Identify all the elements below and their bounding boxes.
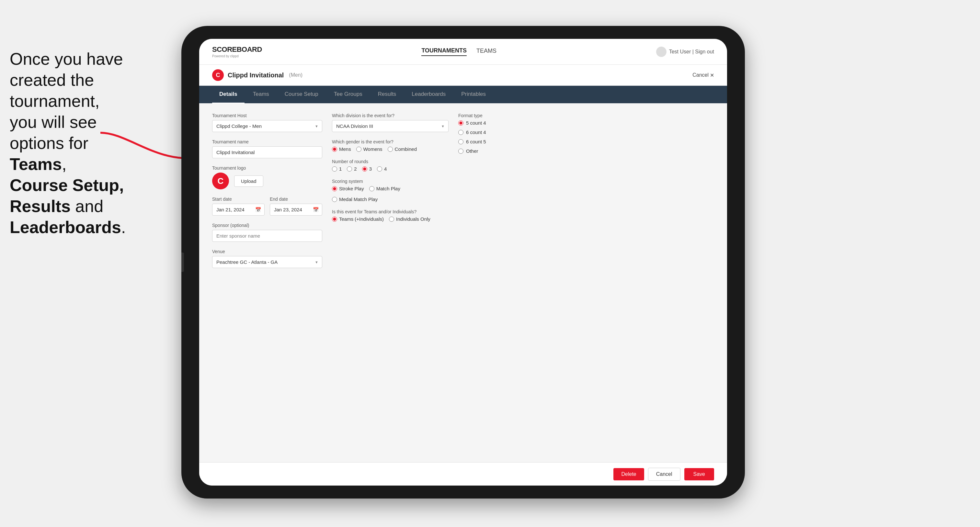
teams-plus-individuals[interactable]: Teams (+Individuals) xyxy=(332,216,384,222)
nav-tournaments[interactable]: TOURNAMENTS xyxy=(422,47,467,56)
end-date-wrapper: 📅 xyxy=(270,204,322,216)
scoring-medal-radio[interactable] xyxy=(332,197,337,202)
gender-combined[interactable]: Combined xyxy=(388,146,417,152)
tab-leaderboards[interactable]: Leaderboards xyxy=(404,86,453,103)
scoring-stroke-play[interactable]: Stroke Play xyxy=(332,186,364,191)
tournament-logo-field: Tournament logo C Upload xyxy=(212,165,322,189)
upload-button[interactable]: Upload xyxy=(234,175,263,187)
logo-text: SCOREBOARD xyxy=(212,45,262,53)
gender-combined-radio[interactable] xyxy=(388,147,393,152)
rounds-2-radio[interactable] xyxy=(347,167,352,171)
tab-results[interactable]: Results xyxy=(371,86,404,103)
cancel-top-button[interactable]: Cancel ✕ xyxy=(692,72,714,78)
format-6count5[interactable]: 6 count 5 xyxy=(458,139,542,144)
dates-field: Start date 📅 End date 📅 xyxy=(212,197,322,216)
gender-mens[interactable]: Mens xyxy=(332,146,351,152)
tournament-logo-label: Tournament logo xyxy=(212,165,322,171)
save-button[interactable]: Save xyxy=(684,468,714,480)
venue-field: Venue Peachtree GC - Atlanta - GA xyxy=(212,249,322,268)
gender-womens[interactable]: Womens xyxy=(356,146,382,152)
venue-label: Venue xyxy=(212,249,322,254)
bold-results: Results xyxy=(10,197,71,216)
individuals-only[interactable]: Individuals Only xyxy=(389,216,430,222)
tab-details[interactable]: Details xyxy=(212,86,245,103)
rounds-field: Number of rounds 1 2 3 xyxy=(332,159,449,171)
tablet-screen: SCOREBOARD Powered by clippd TOURNAMENTS… xyxy=(199,39,727,486)
teams-radio[interactable] xyxy=(332,217,337,222)
scoring-label: Scoring system xyxy=(332,179,449,184)
rounds-1-radio[interactable] xyxy=(332,167,337,171)
scoring-field: Scoring system Stroke Play Match Play xyxy=(332,179,449,202)
rounds-2[interactable]: 2 xyxy=(347,166,356,171)
delete-button[interactable]: Delete xyxy=(613,468,644,480)
app-header: SCOREBOARD Powered by clippd TOURNAMENTS… xyxy=(199,39,727,65)
rounds-3[interactable]: 3 xyxy=(362,166,372,171)
format-6count4-radio[interactable] xyxy=(458,130,463,135)
right-column: Format type 5 count 4 6 count 4 6 xyxy=(458,113,542,445)
cancel-button[interactable]: Cancel xyxy=(648,468,681,481)
tab-tee-groups[interactable]: Tee Groups xyxy=(327,86,369,103)
tab-printables[interactable]: Printables xyxy=(454,86,493,103)
left-column: Tournament Host Clippd College - Men Tou… xyxy=(212,113,322,445)
tab-course-setup[interactable]: Course Setup xyxy=(278,86,326,103)
tournament-host-label: Tournament Host xyxy=(212,113,322,118)
sponsor-field: Sponsor (optional) xyxy=(212,223,322,242)
middle-column: Which division is the event for? NCAA Di… xyxy=(332,113,449,445)
tournament-host-select[interactable]: Clippd College - Men xyxy=(212,120,322,132)
format-6count4[interactable]: 6 count 4 xyxy=(458,130,542,135)
scoring-stroke-radio[interactable] xyxy=(332,186,337,191)
format-6count5-radio[interactable] xyxy=(458,139,463,144)
format-other-radio[interactable] xyxy=(458,149,463,154)
rounds-4[interactable]: 4 xyxy=(377,166,387,171)
tournament-name-row: C Clippd Invitational (Men) xyxy=(212,69,302,81)
tournament-name-field: Tournament name xyxy=(212,139,322,158)
scoring-match-play[interactable]: Match Play xyxy=(369,186,400,191)
bold-course-setup: Course Setup, xyxy=(10,176,124,195)
individuals-radio[interactable] xyxy=(389,217,394,222)
teams-individuals-field: Is this event for Teams and/or Individua… xyxy=(332,209,449,222)
scoring-match-radio[interactable] xyxy=(369,186,374,191)
start-date-wrapper: 📅 xyxy=(212,204,265,216)
end-date-label: End date xyxy=(270,197,322,202)
calendar-icon: 📅 xyxy=(255,207,261,213)
format-5count4-radio[interactable] xyxy=(458,121,463,125)
venue-select[interactable]: Peachtree GC - Atlanta - GA xyxy=(212,256,322,268)
gender-radio-group: Mens Womens Combined xyxy=(332,146,449,152)
format-5count4[interactable]: 5 count 4 xyxy=(458,120,542,125)
division-label: Which division is the event for? xyxy=(332,113,449,118)
bottom-bar: Delete Cancel Save xyxy=(199,462,727,486)
logo-upload-row: C Upload xyxy=(212,173,322,189)
scoring-medal-match[interactable]: Medal Match Play xyxy=(332,197,378,202)
start-date-label: Start date xyxy=(212,197,265,202)
gender-mens-radio[interactable] xyxy=(332,147,337,152)
format-field: Format type 5 count 4 6 count 4 6 xyxy=(458,113,542,154)
tournament-host-field: Tournament Host Clippd College - Men xyxy=(212,113,322,132)
logo-area: SCOREBOARD Powered by clippd xyxy=(212,45,262,58)
sponsor-input[interactable] xyxy=(212,230,322,242)
division-select[interactable]: NCAA Division III xyxy=(332,120,449,132)
tournament-name-input[interactable] xyxy=(212,146,322,158)
rounds-3-radio[interactable] xyxy=(362,167,367,171)
tournament-icon: C xyxy=(212,69,224,81)
rounds-radio-group: 1 2 3 4 xyxy=(332,166,449,171)
tournament-title: Clippd Invitational xyxy=(228,71,284,79)
logo-sub: Powered by clippd xyxy=(212,54,262,58)
format-other[interactable]: Other xyxy=(458,148,542,154)
top-nav: TOURNAMENTS TEAMS xyxy=(422,47,496,56)
user-label[interactable]: Test User | Sign out xyxy=(669,49,714,55)
tab-nav: Details Teams Course Setup Tee Groups Re… xyxy=(199,86,727,103)
date-row: Start date 📅 End date 📅 xyxy=(212,197,322,216)
bold-teams: Teams xyxy=(10,155,62,173)
tablet-shell: SCOREBOARD Powered by clippd TOURNAMENTS… xyxy=(181,26,745,498)
gender-field: Which gender is the event for? Mens Wome… xyxy=(332,139,449,152)
user-area: Test User | Sign out xyxy=(656,47,714,57)
end-date-field: End date 📅 xyxy=(270,197,322,216)
gender-womens-radio[interactable] xyxy=(356,147,361,152)
format-label: Format type xyxy=(458,113,542,118)
tab-teams[interactable]: Teams xyxy=(246,86,276,103)
format-radio-group: 5 count 4 6 count 4 6 count 5 Ot xyxy=(458,120,542,154)
rounds-1[interactable]: 1 xyxy=(332,166,342,171)
tournament-name-label: Tournament name xyxy=(212,139,322,144)
rounds-4-radio[interactable] xyxy=(377,167,382,171)
nav-teams[interactable]: TEAMS xyxy=(476,48,496,56)
